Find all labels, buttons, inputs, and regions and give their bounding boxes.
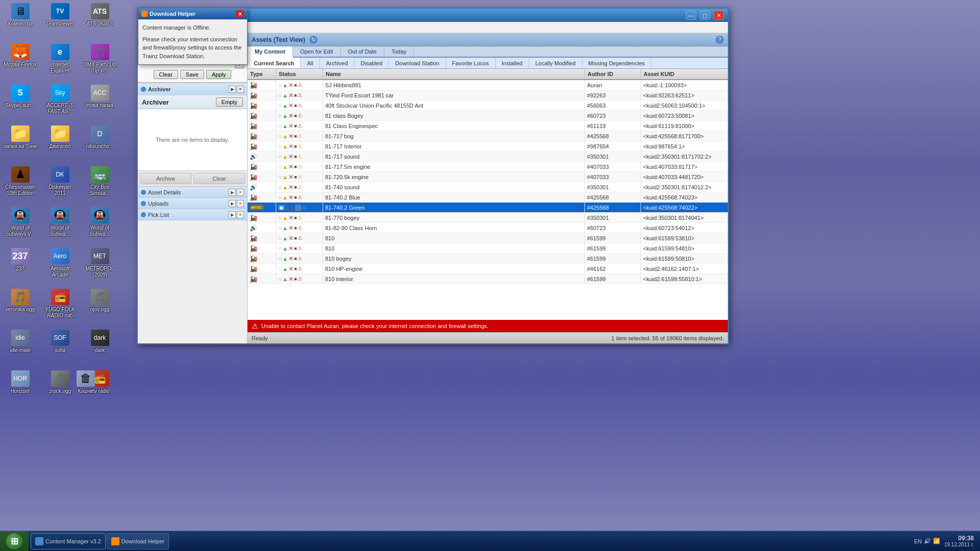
desktop-icon-computer[interactable]: 🖥 Компютър	[1, 1, 39, 29]
tray-volume-icon[interactable]: 🔊	[924, 538, 931, 544]
asset-details-section[interactable]: Asset Details ▶ ✕	[138, 187, 247, 198]
cm-maximize-btn[interactable]: ▢	[700, 11, 710, 20]
table-row[interactable]: 🚂 ○ ▲ ✕ ■ ⚠ 81-717.5m engine #407033 <ku…	[248, 162, 728, 172]
search-save-btn[interactable]: Save	[180, 70, 204, 79]
cat-tab-openforedit[interactable]: Open for Edit	[293, 46, 341, 57]
archiver-close-btn[interactable]: ✕	[237, 86, 244, 93]
desktop-icon-skypelaunch[interactable]: Sky ACCEPT -1 FAST AS...	[41, 83, 79, 117]
col-status[interactable]: Status	[276, 69, 323, 79]
cell-type: 🚂	[248, 141, 276, 151]
desktop-icon-chess[interactable]: ♟ Chessmaster 10th Edition	[1, 164, 39, 198]
desktop-icon-num[interactable]: 237 237	[1, 246, 39, 274]
table-row[interactable]: 🚂 ○ ▲ ✕ ■ ⚠ TYind Ford Escort 1981 car #…	[248, 90, 728, 101]
type-train-icon: 🚂	[250, 194, 257, 201]
archiver-archive-btn[interactable]: Archive	[140, 173, 191, 184]
uploads-expand[interactable]: ▶	[229, 200, 236, 207]
desktop-icon-citybus[interactable]: 🚌 City Bus Simula...	[81, 164, 119, 198]
taskbar-item-helper[interactable]: Download Helper	[107, 533, 169, 549]
table-row[interactable]: 🚂 ○ ▲ ✕ ■ ⚠ 81 class Bogey #60723 <kuid:…	[248, 111, 728, 121]
desktop-icon-novapapka[interactable]: 📁 папка на Тони	[1, 123, 39, 152]
table-row[interactable]: 🚂 ○ ▲ ✕ ■ ⚠ 810 bogey #61599 <kuid:61599…	[248, 254, 728, 264]
desktop-icon-metropol[interactable]: MET METROPOL (2009)	[81, 246, 119, 280]
taskbar-item-cm[interactable]: Content Manager v3.2	[31, 533, 106, 549]
desktop-icon-firefox[interactable]: 🦊 Mozilla Firefox	[1, 42, 39, 70]
table-row[interactable]: 🚂 ○ ▲ ✕ ■ ⚠ 81-717 bog #425568 <kuid:425…	[248, 131, 728, 141]
table-row[interactable]: 🔊 ○ ▲ ✕ ■ ⚠ 81-740 sound #350301 <kuid2:…	[248, 182, 728, 192]
table-row[interactable]: 🚂 ○ ▲ ✕ ■ ⚠ 81-717 Interior #987654 <kui…	[248, 141, 728, 152]
picklist-expand[interactable]: ▶	[229, 211, 236, 218]
archiver-expand-btn[interactable]: ▶	[229, 86, 236, 93]
table-row[interactable]: 🚂 ○ ▲ ✕ ■ ⚠ 81 Class Enginespec #61119 <…	[248, 121, 728, 131]
sub-tab-disabled[interactable]: Disabled	[355, 58, 389, 68]
col-author[interactable]: Author ID	[585, 69, 641, 79]
desktop-icon-accept[interactable]: ACC Нова папка	[81, 83, 119, 111]
col-type[interactable]: Type	[248, 69, 276, 79]
desktop-icon-diskeeper[interactable]: DK Diskeeper 2011	[41, 164, 79, 198]
assets-help-btn[interactable]: ?	[716, 36, 724, 44]
desktop-icon-ats[interactable]: ATS ATS 063b 6	[81, 1, 119, 29]
cm-close-btn[interactable]: ✕	[714, 11, 724, 20]
col-name[interactable]: Name	[323, 69, 585, 79]
archiver-clear-btn[interactable]: Clear	[193, 173, 245, 184]
table-row[interactable]: 🚂 ○ ▲ ✕ ■ ⚠ 810 HP-engine #46162 <kuid2:…	[248, 264, 728, 274]
desktop-icon-idle[interactable]: idle idle-male	[1, 328, 39, 356]
desktop-icon-njoy[interactable]: 🎵 njoy.ogg	[81, 287, 119, 315]
sub-tab-favoritelocos[interactable]: Favorite Locos	[446, 58, 496, 68]
table-row[interactable]: 🚂 ○ ▲ ✕ ■ ⚠ 810 #61599 <kuid:61599:53810…	[248, 233, 728, 243]
sub-tab-all[interactable]: All	[301, 58, 320, 68]
novapapka-icon: 📁	[11, 126, 30, 142]
desktop-icon-yugofolk[interactable]: 📻 YUGO FOLK RADIO nзб	[41, 287, 79, 321]
desktop-icon-horizont[interactable]: HOR Horizont	[1, 368, 39, 396]
desktop-icon-dvigatel[interactable]: D niksuncho...	[81, 123, 119, 152]
picklist-section[interactable]: Pick List ▶ ✕	[138, 209, 247, 220]
asset-details-close[interactable]: ✕	[237, 189, 244, 196]
desktop-icon-sofia[interactable]: SOF sofia	[41, 328, 79, 356]
helper-close-btn[interactable]: ✕	[236, 10, 244, 17]
desktop-icon-teamviewer[interactable]: TV TeamViewer	[41, 1, 79, 29]
table-row[interactable]: 🔊 ○ ▲ ✕ ■ ⚠ 81-717 sound #350301 <kuid2:…	[248, 152, 728, 162]
desktop-icon-worldsub1[interactable]: 🚇 World of Subways V...	[1, 205, 39, 239]
col-kuid[interactable]: Asset KUID	[641, 69, 728, 79]
desktop-icon-ie[interactable]: e Internet Explorer	[41, 42, 79, 76]
uploads-close[interactable]: ✕	[237, 200, 244, 207]
table-row[interactable]: 🚂 ○ ▲ ✕ ■ ⚠ 40ft Stockcar Union Pacific …	[248, 101, 728, 111]
assets-grid[interactable]: 🚂 ○ ▲ ✕ ■ ⚠ SJ Hibbins881 Auran <kuid:-1…	[248, 80, 728, 320]
cat-tab-today[interactable]: Today	[384, 46, 414, 57]
desktop-icon-party[interactable]: 🎵 DMX Party Up (Up in...	[81, 42, 119, 76]
sub-tab-locallymodified[interactable]: Locally Modified	[529, 58, 582, 68]
cat-tab-outofdate[interactable]: Out of Date	[341, 46, 384, 57]
desktop-icon-aerosoft[interactable]: Aero Aerosoft Arcade	[41, 246, 79, 280]
search-clear-btn[interactable]: Clear	[154, 70, 178, 79]
table-row[interactable]: 🚂 ○ ▲ ✕ ■ ⚠ 810 #61599 <kuid:61599:54810…	[248, 243, 728, 254]
sub-tab-archived[interactable]: Archived	[320, 58, 355, 68]
asset-details-expand[interactable]: ▶	[229, 189, 236, 196]
sub-tab-currentsearch[interactable]: Current Search	[248, 58, 301, 68]
picklist-close[interactable]: ✕	[237, 211, 244, 218]
uploads-section[interactable]: Uploads ▶ ✕	[138, 198, 247, 209]
table-row[interactable]: MISC ▣ ○ ✕ ⚠ 81-740.2 Green #425568 <kui…	[248, 203, 728, 213]
table-row[interactable]: 🚂 ○ ▲ ✕ ■ ⚠ 81-770 bogey #350301 <kuid:3…	[248, 213, 728, 223]
table-row[interactable]: 🚂 ○ ▲ ✕ ■ ⚠ 810 interior #61599 <kuid2:6…	[248, 274, 728, 284]
search-apply-btn[interactable]: Apply	[206, 70, 232, 79]
sub-tab-downloadstation[interactable]: Download Station	[389, 58, 446, 68]
desktop-icon-dark[interactable]: dark dark	[81, 328, 119, 356]
table-row[interactable]: 🚂 ○ ▲ ✕ ■ ⚠ 81-720.5k engine #407033 <ku…	[248, 172, 728, 182]
archiver-empty-btn[interactable]: Empty	[216, 97, 243, 107]
table-row[interactable]: 🔊 ○ ▲ ✕ ■ ⚠ 81-82-90 Class Horn #60723 <…	[248, 223, 728, 233]
desktop-icon-worldsub2[interactable]: 🚇 World of Subwa...	[41, 205, 79, 239]
table-row[interactable]: 🚂 ○ ▲ ✕ ■ ⚠ SJ Hibbins881 Auran <kuid:-1…	[248, 80, 728, 90]
table-row[interactable]: 🚂 ○ ▲ ✕ ■ ⚠ 81-740.2 Blue #425568 <kuid:…	[248, 192, 728, 203]
assets-refresh-btn[interactable]: ↻	[309, 36, 317, 44]
start-button[interactable]: ⊞	[0, 531, 29, 552]
cat-tab-mycontent[interactable]: My Content	[248, 46, 293, 58]
desktop-icon-novapapka2[interactable]: 📁 Двигател	[41, 123, 79, 152]
tray-network-icon[interactable]: 📶	[933, 538, 940, 544]
cell-status: ○ ▲ ✕ ■ ⚠	[276, 182, 323, 192]
sub-tab-missingdeps[interactable]: Missing Dependencies	[582, 58, 652, 68]
desktop-icon-veronika[interactable]: 🎵 veronika.ogg	[1, 287, 39, 315]
desktop-icon-recyclebin[interactable]: 🗑 Кошче	[66, 368, 105, 396]
cm-minimize-btn[interactable]: —	[686, 11, 696, 20]
sub-tab-installed[interactable]: Installed	[496, 58, 529, 68]
desktop-icon-worldsub3[interactable]: 🚇 World of Subwa...	[81, 205, 119, 239]
desktop-icon-skype[interactable]: S SkypeLaun...	[1, 83, 39, 111]
